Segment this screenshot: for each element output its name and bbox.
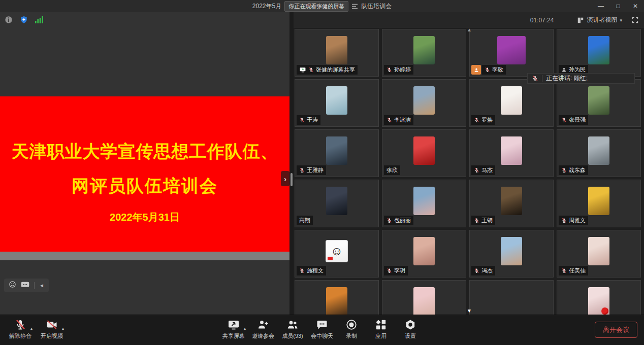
participant-tile[interactable]	[295, 280, 379, 315]
scroll-down-indicator[interactable]: ▼	[467, 308, 472, 314]
apps-icon	[375, 319, 387, 331]
minimize-button[interactable]: —	[592, 0, 609, 12]
share-screen-button[interactable]: ▴ 共享屏幕	[222, 318, 245, 340]
participant-tile[interactable]	[557, 280, 641, 315]
members-label: 成员(93)	[282, 332, 303, 340]
shield-icon[interactable]	[20, 16, 28, 24]
participant-tile[interactable]: 孙婷婷	[382, 29, 466, 77]
name-label: 高翔	[297, 216, 313, 225]
collapse-bar-button[interactable]: ◄	[39, 283, 44, 288]
participant-tile[interactable]: 张欣	[382, 129, 466, 177]
name-label: 任美佳	[559, 266, 588, 275]
participant-tile[interactable]: 李玥	[382, 230, 466, 278]
mic-muted-icon	[299, 268, 305, 273]
avatar	[326, 86, 347, 115]
participant-grid: 张健的屏幕共享孙婷婷李敬孙为民于涛李冰洁罗焕张景强王雅静张欣马杰战东森高翔包丽丽…	[295, 29, 643, 315]
mic-muted-icon	[561, 167, 567, 173]
participant-tile[interactable]: 李敬	[469, 29, 554, 77]
speaking-toast-text: 正在讲话: 顾红;	[546, 74, 588, 83]
avatar	[501, 237, 522, 265]
mic-muted-icon	[474, 268, 479, 273]
avatar	[413, 287, 435, 315]
chat-button[interactable]: 会中聊天	[311, 318, 333, 340]
members-button[interactable]: 成员(93)	[281, 318, 304, 340]
chat-icon	[316, 319, 328, 331]
avatar	[497, 36, 526, 64]
scroll-up-indicator[interactable]: ▲	[467, 27, 472, 32]
gear-icon	[404, 319, 416, 331]
participant-name: 罗焕	[481, 116, 493, 124]
name-label: 孙婷婷	[384, 65, 413, 75]
expand-panel-handle[interactable]: ›	[281, 171, 289, 186]
participant-name: 李冰洁	[394, 116, 411, 124]
participant-tile[interactable]: 李冰洁	[382, 79, 466, 127]
name-label: 施程文	[297, 266, 326, 275]
emoji-reaction-button[interactable]	[9, 281, 16, 290]
name-label: 周雅文	[559, 216, 588, 225]
avatar	[413, 187, 435, 215]
caret-up-icon[interactable]: ▴	[244, 326, 246, 331]
avatar	[501, 187, 522, 215]
participant-name: 王雅静	[307, 166, 324, 174]
participant-tile[interactable]: 战东森	[557, 129, 641, 177]
avatar	[501, 86, 522, 115]
titlebar: 2022年5月 你正在观看张健的屏幕 队伍培训会 — □ ✕	[0, 0, 644, 12]
avatar	[588, 187, 609, 215]
avatar	[413, 237, 435, 265]
apps-button[interactable]: 应用	[370, 318, 392, 340]
participant-tile[interactable]: 王雅静	[295, 129, 379, 177]
invite-button[interactable]: 邀请参会	[252, 318, 274, 340]
participant-tile[interactable]: 任美佳	[557, 230, 641, 278]
participant-name: 马杰	[481, 166, 493, 174]
participant-tile[interactable]: 周雅文	[557, 180, 641, 227]
fullscreen-button[interactable]	[631, 16, 639, 24]
participant-tile[interactable]: 王钢	[469, 180, 554, 227]
name-label: 王钢	[471, 216, 495, 225]
participant-tile[interactable]: 马杰	[469, 129, 554, 177]
participant-tile[interactable]	[469, 280, 554, 315]
mic-muted-icon	[561, 218, 567, 223]
record-button[interactable]: 录制	[340, 318, 363, 340]
caption-button[interactable]	[21, 281, 29, 290]
title-prefix: 2022年5月	[252, 2, 281, 11]
meeting-timer: 01:07:24	[530, 17, 554, 24]
close-button[interactable]: ✕	[627, 0, 644, 12]
mic-muted-icon	[474, 167, 479, 173]
participant-tile[interactable]: 冯杰	[469, 230, 554, 278]
window-controls: — □ ✕	[592, 0, 644, 12]
avatar	[413, 36, 435, 64]
share-screen-label: 共享屏幕	[222, 332, 245, 340]
meeting-list-icon[interactable]	[351, 4, 358, 9]
pane-resize-handle[interactable]	[291, 173, 293, 186]
screen-share-icon	[299, 66, 306, 73]
participant-tile[interactable]: 孙为民	[557, 29, 641, 77]
mic-muted-icon	[299, 117, 305, 123]
avatar	[501, 136, 522, 165]
name-label: 战东森	[559, 165, 588, 175]
participant-tile[interactable]: 张景强	[557, 79, 641, 127]
leave-meeting-button[interactable]: 离开会议	[595, 322, 637, 338]
view-switch-button[interactable]: 演讲者视图 ▾	[577, 16, 622, 24]
mic-muted-icon	[474, 117, 479, 123]
avatar	[588, 136, 609, 165]
participant-tile[interactable]: 张健的屏幕共享	[295, 29, 379, 77]
participant-tile[interactable]: ☺施程文	[295, 230, 379, 278]
settings-button[interactable]: 设置	[399, 318, 422, 340]
participant-tile[interactable]: 罗焕	[469, 79, 554, 127]
participant-name: 高翔	[299, 217, 310, 224]
participant-tile[interactable]: 于涛	[295, 79, 379, 127]
participant-name: 李玥	[394, 267, 405, 274]
participant-name: 任美佳	[569, 267, 586, 274]
speaking-toast: 正在讲话: 顾红;	[527, 73, 635, 84]
maximize-button[interactable]: □	[609, 0, 627, 12]
info-icon[interactable]	[5, 16, 13, 24]
avatar	[326, 287, 347, 315]
signal-icon[interactable]	[35, 16, 43, 23]
participant-name: 冯杰	[481, 267, 493, 274]
avatar	[326, 36, 347, 64]
participant-tile[interactable]: 包丽丽	[382, 180, 466, 227]
participant-tile[interactable]	[382, 280, 466, 315]
participant-name: 周雅文	[569, 217, 586, 224]
participant-tile[interactable]: 高翔	[295, 180, 379, 227]
name-label: 王雅静	[297, 165, 326, 175]
